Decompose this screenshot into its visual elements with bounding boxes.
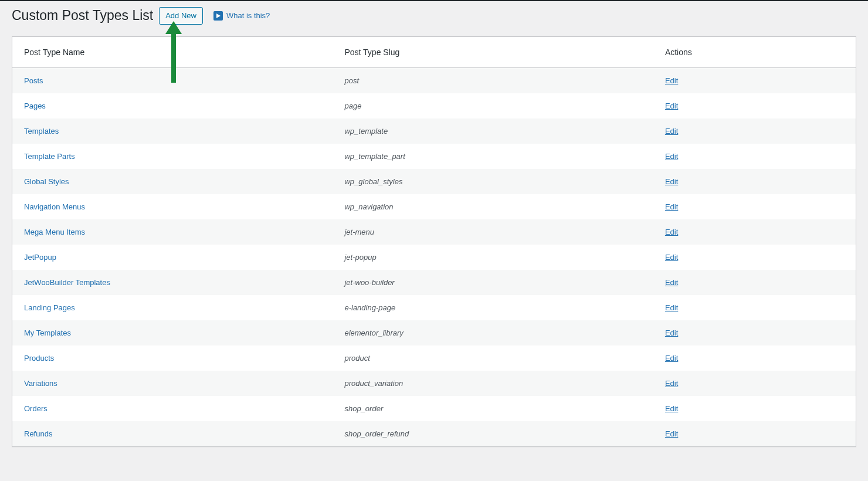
post-type-name-link[interactable]: JetPopup xyxy=(24,253,56,262)
post-type-name-link[interactable]: JetWooBuilder Templates xyxy=(24,278,110,287)
table-row: Global Styleswp_global_stylesEdit xyxy=(12,169,856,194)
post-type-slug: wp_template_part xyxy=(344,152,405,161)
edit-link[interactable]: Edit xyxy=(665,404,678,413)
table-row: Template Partswp_template_partEdit xyxy=(12,144,856,169)
table-row: JetWooBuilder Templatesjet-woo-builderEd… xyxy=(12,270,856,295)
table-row: Navigation Menuswp_navigationEdit xyxy=(12,194,856,219)
post-type-slug: wp_global_styles xyxy=(344,177,402,186)
post-type-slug: e-landing-page xyxy=(344,303,395,312)
table-row: PostspostEdit xyxy=(12,67,856,93)
edit-link[interactable]: Edit xyxy=(665,354,678,363)
edit-link[interactable]: Edit xyxy=(665,429,678,438)
column-header-name: Post Type Name xyxy=(12,37,333,68)
table-row: Refundsshop_order_refundEdit xyxy=(12,421,856,446)
table-row: Templateswp_templateEdit xyxy=(12,118,856,144)
add-new-button[interactable]: Add New xyxy=(159,7,203,25)
edit-link[interactable]: Edit xyxy=(665,253,678,262)
post-type-slug: elementor_library xyxy=(344,328,403,337)
post-type-name-link[interactable]: My Templates xyxy=(24,328,71,337)
post-type-name-link[interactable]: Navigation Menus xyxy=(24,202,85,211)
help-label: What is this? xyxy=(226,11,270,20)
post-type-slug: product_variation xyxy=(344,379,403,388)
post-type-slug: product xyxy=(344,354,369,363)
help-link[interactable]: What is this? xyxy=(213,11,270,21)
edit-link[interactable]: Edit xyxy=(665,303,678,312)
edit-link[interactable]: Edit xyxy=(665,228,678,236)
post-type-name-link[interactable]: Landing Pages xyxy=(24,303,75,312)
table-row: My Templateselementor_libraryEdit xyxy=(12,320,856,345)
post-type-name-link[interactable]: Template Parts xyxy=(24,152,75,161)
edit-link[interactable]: Edit xyxy=(665,152,678,161)
edit-link[interactable]: Edit xyxy=(665,328,678,337)
table-row: Mega Menu Itemsjet-menuEdit xyxy=(12,219,856,245)
post-type-slug: wp_template xyxy=(344,127,388,136)
page-title: Custom Post Types List xyxy=(12,7,153,25)
post-type-name-link[interactable]: Refunds xyxy=(24,429,52,438)
table-row: JetPopupjet-popupEdit xyxy=(12,245,856,270)
table-header-row: Post Type Name Post Type Slug Actions xyxy=(12,37,856,68)
table-row: ProductsproductEdit xyxy=(12,345,856,371)
table-row: Landing Pagese-landing-pageEdit xyxy=(12,295,856,320)
post-type-slug: jet-menu xyxy=(344,228,374,236)
post-types-table-container: Post Type Name Post Type Slug Actions Po… xyxy=(12,36,856,447)
post-type-slug: wp_navigation xyxy=(344,202,393,211)
post-type-slug: shop_order xyxy=(344,404,383,413)
post-type-name-link[interactable]: Posts xyxy=(24,76,43,85)
post-types-table: Post Type Name Post Type Slug Actions Po… xyxy=(12,37,856,446)
page-wrap: Custom Post Types List Add New What is t… xyxy=(0,1,868,459)
play-icon xyxy=(213,11,223,21)
page-header: Custom Post Types List Add New What is t… xyxy=(12,7,856,25)
edit-link[interactable]: Edit xyxy=(665,379,678,388)
post-type-slug: post xyxy=(344,76,359,85)
column-header-actions: Actions xyxy=(653,37,856,68)
post-type-name-link[interactable]: Mega Menu Items xyxy=(24,228,85,236)
edit-link[interactable]: Edit xyxy=(665,177,678,186)
post-type-name-link[interactable]: Orders xyxy=(24,404,48,413)
post-type-name-link[interactable]: Global Styles xyxy=(24,177,69,186)
svg-marker-0 xyxy=(216,13,221,18)
edit-link[interactable]: Edit xyxy=(665,202,678,211)
table-row: Variationsproduct_variationEdit xyxy=(12,371,856,396)
post-type-slug: jet-popup xyxy=(344,253,376,262)
table-row: Ordersshop_orderEdit xyxy=(12,396,856,421)
edit-link[interactable]: Edit xyxy=(665,76,678,85)
post-type-slug: shop_order_refund xyxy=(344,429,409,438)
edit-link[interactable]: Edit xyxy=(665,101,678,110)
post-type-name-link[interactable]: Products xyxy=(24,354,54,363)
column-header-slug: Post Type Slug xyxy=(333,37,653,68)
table-row: PagespageEdit xyxy=(12,93,856,118)
post-type-slug: jet-woo-builder xyxy=(344,278,394,287)
post-type-slug: page xyxy=(344,101,361,110)
post-type-name-link[interactable]: Templates xyxy=(24,127,59,136)
post-type-name-link[interactable]: Pages xyxy=(24,101,46,110)
edit-link[interactable]: Edit xyxy=(665,127,678,136)
edit-link[interactable]: Edit xyxy=(665,278,678,287)
post-type-name-link[interactable]: Variations xyxy=(24,379,57,388)
